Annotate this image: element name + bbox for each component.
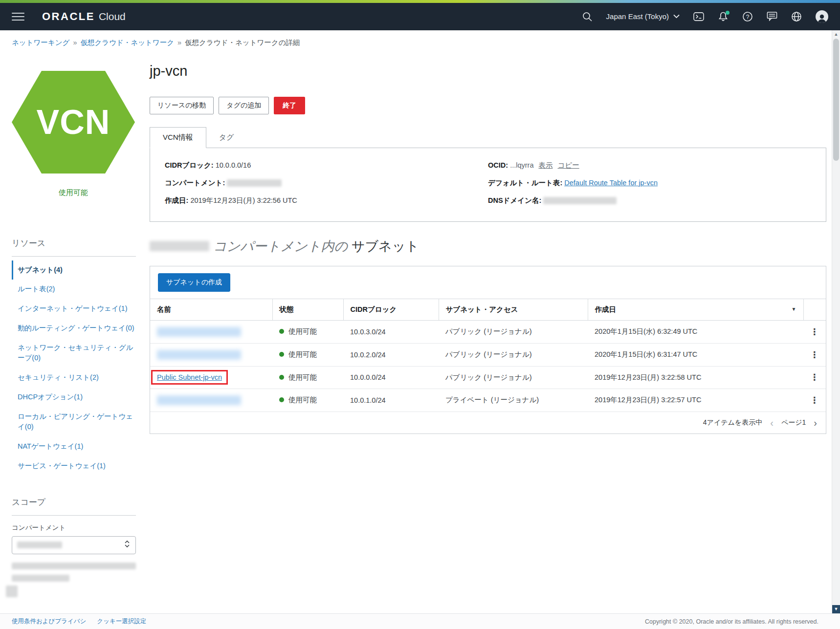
subnets-table-card: サブネットの作成 名前 状態 CIDRブロック サブネット・アクセス 作成日▼ [150, 266, 826, 434]
pagination-summary: 4アイテムを表示中 [703, 418, 762, 427]
subnet-name-link[interactable]: Public Subnet-jp-vcn [157, 373, 222, 381]
redacted-compartment-value [17, 542, 62, 548]
subnet-cidr: 10.0.1.0/24 [343, 389, 439, 412]
status-dot-icon [279, 397, 284, 402]
sidebar-resource-item[interactable]: セキュリティ・リスト(2) [12, 368, 136, 388]
column-header-access[interactable]: サブネット・アクセス [439, 299, 588, 320]
subnet-state: 使用可能 [288, 327, 317, 335]
subnet-state-cell: 使用可能 [272, 320, 343, 343]
scroll-up-arrow-icon[interactable]: ▲ [832, 30, 840, 38]
notifications-bell-icon[interactable] [718, 11, 729, 22]
scroll-down-arrow-icon[interactable]: ▼ [832, 605, 840, 613]
created-label: 作成日: [165, 196, 188, 204]
sidebar-resource-item[interactable]: 動的ルーティング・ゲートウェイ(0) [12, 319, 136, 338]
dns-label: DNSドメイン名: [488, 196, 541, 204]
subnet-cidr: 10.0.3.0/24 [343, 320, 439, 343]
cidr-label: CIDRブロック: [165, 161, 214, 169]
column-header-state[interactable]: 状態 [272, 299, 343, 320]
help-icon[interactable]: ? [742, 11, 753, 22]
redacted-subnet-name [157, 350, 241, 360]
create-subnet-button[interactable]: サブネットの作成 [158, 273, 230, 292]
subnet-access: パブリック (リージョナル) [439, 343, 588, 366]
compartment-select[interactable] [12, 536, 136, 554]
column-header-created[interactable]: 作成日▼ [588, 299, 803, 320]
sidebar-resource-item[interactable]: DHCPオプション(1) [12, 388, 136, 407]
add-tags-button[interactable]: タグの追加 [219, 97, 269, 114]
logo-oracle-text: ORACLE [42, 10, 95, 23]
subnet-table-body: 使用可能 10.0.3.0/24 パブリック (リージョナル) 2020年1月1… [150, 320, 826, 412]
table-row[interactable]: 使用可能 10.0.2.0/24 パブリック (リージョナル) 2020年1月1… [150, 343, 826, 366]
feedback-icon[interactable] [767, 11, 777, 22]
previous-page-icon[interactable]: ‹ [770, 419, 774, 426]
table-row[interactable]: 使用可能 10.0.3.0/24 パブリック (リージョナル) 2020年1月1… [150, 320, 826, 343]
subnets-table: 名前 状態 CIDRブロック サブネット・アクセス 作成日▼ 使用可能 10.0… [150, 299, 826, 412]
row-actions-kebab-icon[interactable]: ⋮ [803, 389, 826, 412]
column-header-name[interactable]: 名前 [150, 299, 272, 320]
breadcrumb: ネットワーキング»仮想クラウド・ネットワーク»仮想クラウド・ネットワークの詳細 [0, 30, 840, 50]
vcn-status-text: 使用可能 [12, 188, 135, 197]
resources-heading: リソース [12, 238, 136, 249]
breadcrumb-networking[interactable]: ネットワーキング [12, 39, 69, 46]
resource-list: サブネット(4)ルート表(2)インターネット・ゲートウェイ(1)動的ルーティング… [12, 260, 136, 476]
sidebar-resource-item[interactable]: サブネット(4) [12, 260, 136, 280]
subnet-access: プライベート (リージョナル) [439, 389, 588, 412]
subnet-created: 2020年1月15日(水) 6:32:49 UTC [588, 320, 803, 343]
ocid-copy-link[interactable]: コピー [557, 161, 579, 169]
status-dot-icon [279, 375, 284, 380]
subnet-name-cell [150, 343, 272, 366]
sidebar-resource-item[interactable]: ネットワーク・セキュリティ・グループ(0) [12, 338, 136, 369]
redacted-dns-value [543, 197, 617, 204]
notification-dot [726, 11, 729, 15]
default-route-table-link[interactable]: Default Route Table for jp-vcn [564, 179, 658, 187]
status-dot-icon [279, 329, 284, 334]
oracle-cloud-logo[interactable]: ORACLE Cloud [42, 10, 126, 23]
subnet-created: 2019年12月23日(月) 3:22:57 UTC [588, 389, 803, 412]
sidebar-resource-item[interactable]: インターネット・ゲートウェイ(1) [12, 299, 136, 319]
terminate-button[interactable]: 終了 [274, 97, 305, 114]
compartment-select-label: コンパートメント [12, 523, 136, 532]
breadcrumb-current: 仮想クラウド・ネットワークの詳細 [185, 39, 300, 46]
subnet-access: パブリック (リージョナル) [439, 320, 588, 343]
region-picker[interactable]: Japan East (Tokyo) [606, 12, 680, 21]
oracle-cloud-console-page: ORACLE Cloud Japan East (Tokyo) ? [0, 0, 840, 629]
subnet-created: 2019年12月23日(月) 3:22:58 UTC [588, 366, 803, 389]
heading-strong-text: サブネット [352, 238, 419, 255]
copyright-text: Copyright © 2020, Oracle and/or its affi… [645, 618, 818, 625]
subnet-state: 使用可能 [288, 373, 317, 381]
compartment-label: コンパートメント: [165, 179, 225, 187]
breadcrumb-vcn-list[interactable]: 仮想クラウド・ネットワーク [80, 39, 174, 46]
subnet-cidr: 10.0.0.0/24 [343, 366, 439, 389]
table-row[interactable]: Public Subnet-jp-vcn 使用可能 10.0.0.0/24 パブ… [150, 366, 826, 389]
red-annotation-highlight-box: Public Subnet-jp-vcn [151, 370, 228, 385]
sidebar-resource-item[interactable]: ルート表(2) [12, 280, 136, 299]
vcn-hexagon-icon: VCN [12, 69, 135, 175]
subnets-section-heading: コンパートメント内の サブネット [150, 238, 826, 255]
subnet-access: パブリック (リージョナル) [439, 366, 588, 389]
hamburger-menu-icon[interactable] [12, 13, 24, 21]
sidebar-resource-item[interactable]: サービス・ゲートウェイ(1) [12, 456, 136, 476]
search-icon[interactable] [582, 11, 593, 22]
terms-privacy-link[interactable]: 使用条件およびプライバシ [12, 617, 86, 626]
table-row[interactable]: 使用可能 10.0.1.0/24 プライベート (リージョナル) 2019年12… [150, 389, 826, 412]
cookie-preferences-link[interactable]: クッキー選択設定 [97, 617, 146, 626]
logo-cloud-text: Cloud [99, 11, 126, 22]
scrollbar-thumb[interactable] [833, 39, 839, 161]
subnet-cidr: 10.0.2.0/24 [343, 343, 439, 366]
column-header-cidr[interactable]: CIDRブロック [343, 299, 439, 320]
sort-descending-icon[interactable]: ▼ [792, 306, 796, 312]
move-resource-button[interactable]: リソースの移動 [150, 97, 214, 114]
row-actions-kebab-icon[interactable]: ⋮ [803, 320, 826, 343]
user-avatar-icon[interactable] [816, 10, 828, 23]
sidebar-resource-item[interactable]: ローカル・ピアリング・ゲートウェイ(0) [12, 407, 136, 437]
cloud-shell-icon[interactable] [693, 11, 704, 22]
row-actions-kebab-icon[interactable]: ⋮ [803, 366, 826, 389]
ocid-show-link[interactable]: 表示 [538, 161, 553, 169]
tab-vcn-info[interactable]: VCN情報 [150, 127, 206, 148]
sidebar-resource-item[interactable]: NATゲートウェイ(1) [12, 437, 136, 456]
language-globe-icon[interactable] [791, 11, 802, 22]
tab-tags[interactable]: タグ [206, 128, 247, 148]
divider [12, 515, 136, 516]
vertical-scrollbar[interactable]: ▲ ▼ [832, 30, 840, 613]
row-actions-kebab-icon[interactable]: ⋮ [803, 343, 826, 366]
next-page-icon[interactable]: › [814, 419, 817, 426]
